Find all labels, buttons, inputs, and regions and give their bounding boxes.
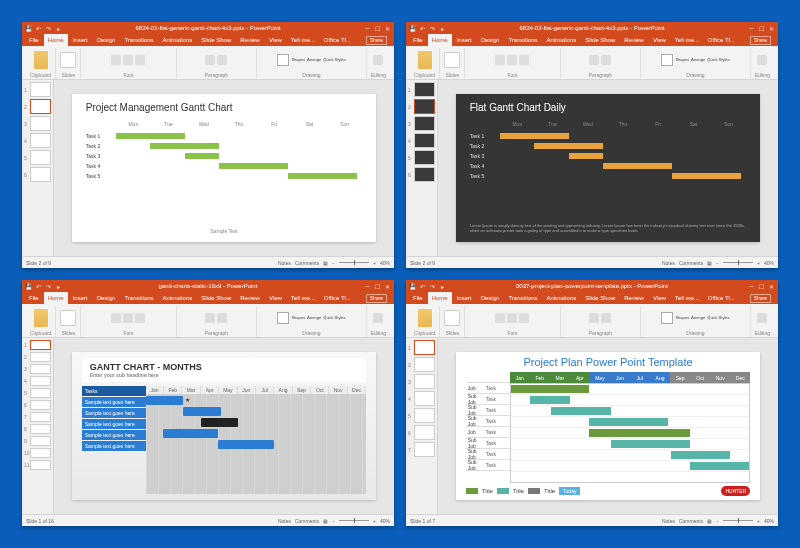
slide-canvas[interactable]: Flat Gantt Chart Daily Task 1Task 2Task … — [456, 94, 761, 241]
share-button[interactable]: Share — [366, 36, 387, 45]
tab-home[interactable]: Home — [44, 34, 68, 46]
tab-animations[interactable]: Animations — [159, 34, 197, 46]
font-controls[interactable] — [111, 55, 121, 65]
zoom-level: 40% — [380, 260, 390, 266]
titlebar: 💾↶↷▸ 6824-02-flat-generic-gantt-chart-4x… — [406, 22, 778, 34]
slide-thumbnails: 1 2 3 4 5 6 — [22, 80, 54, 256]
statusbar: Slide 2 of 9 Notes Comments ▦ − + 40% — [22, 256, 394, 268]
new-slide-icon[interactable] — [60, 52, 76, 68]
thumb-6[interactable] — [30, 167, 51, 182]
minimize-icon[interactable]: ─ — [364, 25, 371, 32]
titlebar: 💾 ↶ ↷ ▸ 6824-01-flat-generic-gantt-chart… — [22, 22, 394, 34]
tab-slideshow[interactable]: Slide Show — [197, 34, 235, 46]
powerpoint-window-1: 💾 ↶ ↷ ▸ 6824-01-flat-generic-gantt-chart… — [22, 22, 394, 268]
undo-icon[interactable]: ↶ — [35, 25, 42, 32]
thumb-1[interactable] — [30, 82, 51, 97]
slide-canvas[interactable]: GANTT CHART - MONTHSEnter your sub headl… — [72, 352, 377, 499]
zoom-out-icon[interactable]: − — [332, 260, 335, 266]
thumb-5[interactable] — [30, 150, 51, 165]
start-show-icon[interactable]: ▸ — [55, 25, 62, 32]
thumb-3[interactable] — [30, 116, 51, 131]
redo-icon[interactable]: ↷ — [429, 25, 436, 32]
tab-transitions[interactable]: Transitions — [120, 34, 157, 46]
close-icon[interactable]: ✕ — [384, 25, 391, 32]
powerpoint-window-4: 💾↶↷▸0037-project-plan-powerpoint-templat… — [406, 280, 778, 526]
save-icon[interactable]: 💾 — [409, 25, 416, 32]
maximize-icon[interactable]: ☐ — [758, 25, 765, 32]
thumb-4[interactable] — [30, 133, 51, 148]
close-icon[interactable]: ✕ — [768, 25, 775, 32]
window-title: 6824-01-flat-generic-gantt-chart-4x3.ppt… — [135, 25, 280, 31]
window-title: 6824-02-flat-generic-gantt-chart-4x3.ppt… — [519, 25, 664, 31]
paste-icon[interactable] — [34, 51, 48, 69]
tab-review[interactable]: Review — [236, 34, 264, 46]
tab-tellme[interactable]: Tell me... — [287, 34, 319, 46]
comments-button[interactable]: Comments — [295, 260, 319, 266]
ribbon-tabs: File Home Insert Design Transitions Anim… — [22, 34, 394, 46]
powerpoint-window-3: 💾↶↷▸gantt-charts-static-16x9 - PowerPoin… — [22, 280, 394, 526]
ribbon: Clipboard Slides Font Paragraph ShapesAr… — [22, 46, 394, 80]
tab-insert[interactable]: Insert — [69, 34, 92, 46]
undo-icon[interactable]: ↶ — [419, 25, 426, 32]
thumb-2[interactable] — [30, 99, 51, 114]
hunter-badge: HUNTER — [721, 486, 750, 496]
slide-counter: Slide 2 of 9 — [26, 260, 51, 266]
tab-design[interactable]: Design — [93, 34, 120, 46]
powerpoint-window-2: 💾↶↷▸ 6824-02-flat-generic-gantt-chart-4x… — [406, 22, 778, 268]
notes-button[interactable]: Notes — [278, 260, 291, 266]
maximize-icon[interactable]: ☐ — [374, 25, 381, 32]
redo-icon[interactable]: ↷ — [45, 25, 52, 32]
ribbon-tabs: FileHomeInsertDesignTransitionsAnimation… — [406, 34, 778, 46]
editing-icon[interactable] — [373, 55, 383, 65]
slide-title: Project Management Gantt Chart — [86, 102, 363, 113]
shapes-icon[interactable] — [277, 54, 289, 66]
tab-file[interactable]: File — [25, 34, 43, 46]
tab-view[interactable]: View — [265, 34, 286, 46]
zoom-slider[interactable] — [339, 262, 369, 263]
start-show-icon[interactable]: ▸ — [439, 25, 446, 32]
save-icon[interactable]: 💾 — [25, 25, 32, 32]
slide-canvas[interactable]: Project Management Gantt Chart Task 1 Ta… — [72, 94, 377, 241]
gantt-bar — [116, 133, 185, 139]
view-normal-icon[interactable]: ▦ — [323, 260, 328, 266]
minimize-icon[interactable]: ─ — [748, 25, 755, 32]
zoom-in-icon[interactable]: + — [373, 260, 376, 266]
tab-office[interactable]: Office Ti... — [320, 34, 355, 46]
paragraph-controls[interactable] — [205, 55, 215, 65]
slide-canvas[interactable]: Project Plan Power Point Template JobTas… — [456, 352, 761, 499]
